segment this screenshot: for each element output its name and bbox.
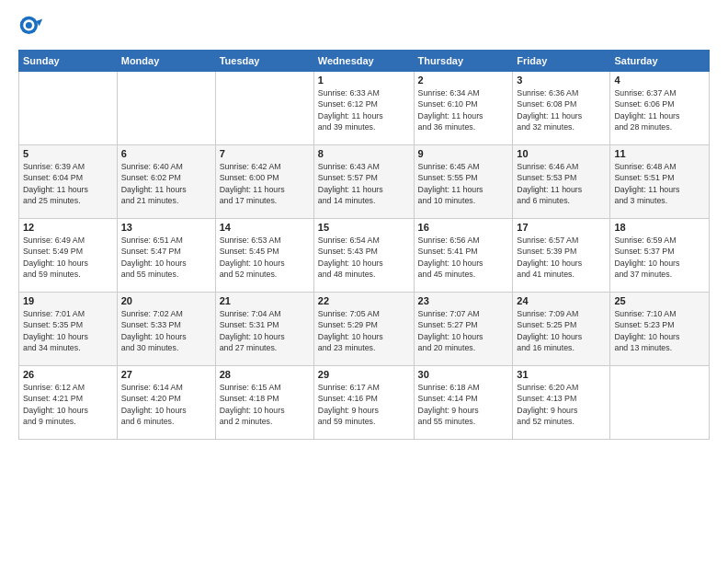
weekday-header-saturday: Saturday (610, 51, 710, 72)
calendar-cell: 6Sunrise: 6:40 AM Sunset: 6:02 PM Daylig… (117, 145, 215, 219)
day-number: 29 (318, 369, 410, 380)
day-info: Sunrise: 6:20 AM Sunset: 4:13 PM Dayligh… (517, 382, 606, 427)
day-info: Sunrise: 6:59 AM Sunset: 5:37 PM Dayligh… (614, 235, 705, 280)
calendar-cell: 16Sunrise: 6:56 AM Sunset: 5:41 PM Dayli… (414, 219, 513, 293)
calendar-header-row: SundayMondayTuesdayWednesdayThursdayFrid… (19, 51, 710, 72)
logo (18, 15, 48, 40)
calendar-cell (610, 366, 710, 440)
calendar-cell: 24Sunrise: 7:09 AM Sunset: 5:25 PM Dayli… (513, 293, 610, 366)
calendar-cell: 7Sunrise: 6:42 AM Sunset: 6:00 PM Daylig… (215, 145, 313, 219)
day-number: 23 (418, 295, 509, 306)
calendar-table: SundayMondayTuesdayWednesdayThursdayFrid… (18, 50, 710, 440)
day-number: 26 (23, 369, 113, 380)
calendar-cell: 21Sunrise: 7:04 AM Sunset: 5:31 PM Dayli… (215, 293, 313, 366)
day-info: Sunrise: 6:40 AM Sunset: 6:02 PM Dayligh… (121, 161, 211, 206)
day-info: Sunrise: 6:45 AM Sunset: 5:55 PM Dayligh… (418, 161, 509, 206)
calendar-week-1: 1Sunrise: 6:33 AM Sunset: 6:12 PM Daylig… (19, 72, 710, 145)
calendar-cell: 31Sunrise: 6:20 AM Sunset: 4:13 PM Dayli… (513, 366, 610, 440)
day-info: Sunrise: 6:14 AM Sunset: 4:20 PM Dayligh… (121, 382, 211, 427)
day-number: 8 (318, 148, 410, 159)
day-number: 22 (318, 295, 410, 306)
header (18, 15, 710, 40)
calendar-cell: 4Sunrise: 6:37 AM Sunset: 6:06 PM Daylig… (610, 72, 710, 145)
day-number: 7 (220, 148, 310, 159)
day-number: 20 (121, 295, 211, 306)
day-number: 9 (418, 148, 509, 159)
day-info: Sunrise: 6:54 AM Sunset: 5:43 PM Dayligh… (318, 235, 410, 280)
calendar-week-4: 19Sunrise: 7:01 AM Sunset: 5:35 PM Dayli… (19, 293, 710, 366)
day-number: 12 (23, 222, 113, 233)
day-number: 10 (517, 148, 606, 159)
calendar-cell: 8Sunrise: 6:43 AM Sunset: 5:57 PM Daylig… (313, 145, 414, 219)
calendar-cell: 15Sunrise: 6:54 AM Sunset: 5:43 PM Dayli… (313, 219, 414, 293)
day-info: Sunrise: 6:18 AM Sunset: 4:14 PM Dayligh… (418, 382, 509, 427)
day-info: Sunrise: 6:43 AM Sunset: 5:57 PM Dayligh… (318, 161, 410, 206)
day-number: 31 (517, 369, 606, 380)
day-info: Sunrise: 7:09 AM Sunset: 5:25 PM Dayligh… (517, 308, 606, 353)
calendar-week-5: 26Sunrise: 6:12 AM Sunset: 4:21 PM Dayli… (19, 366, 710, 440)
day-number: 21 (220, 295, 310, 306)
calendar-cell: 10Sunrise: 6:46 AM Sunset: 5:53 PM Dayli… (513, 145, 610, 219)
weekday-header-monday: Monday (117, 51, 215, 72)
day-info: Sunrise: 6:46 AM Sunset: 5:53 PM Dayligh… (517, 161, 606, 206)
calendar-cell: 25Sunrise: 7:10 AM Sunset: 5:23 PM Dayli… (610, 293, 710, 366)
day-number: 15 (318, 222, 410, 233)
day-number: 24 (517, 295, 606, 306)
day-number: 16 (418, 222, 509, 233)
day-number: 19 (23, 295, 113, 306)
weekday-header-tuesday: Tuesday (215, 51, 313, 72)
calendar-cell: 3Sunrise: 6:36 AM Sunset: 6:08 PM Daylig… (513, 72, 610, 145)
day-info: Sunrise: 6:34 AM Sunset: 6:10 PM Dayligh… (418, 87, 509, 132)
day-info: Sunrise: 6:17 AM Sunset: 4:16 PM Dayligh… (318, 382, 410, 427)
weekday-header-wednesday: Wednesday (313, 51, 414, 72)
calendar-week-2: 5Sunrise: 6:39 AM Sunset: 6:04 PM Daylig… (19, 145, 710, 219)
day-number: 27 (121, 369, 211, 380)
calendar-cell: 2Sunrise: 6:34 AM Sunset: 6:10 PM Daylig… (414, 72, 513, 145)
day-number: 6 (121, 148, 211, 159)
day-number: 11 (614, 148, 705, 159)
calendar-cell: 27Sunrise: 6:14 AM Sunset: 4:20 PM Dayli… (117, 366, 215, 440)
day-number: 13 (121, 222, 211, 233)
calendar-cell: 1Sunrise: 6:33 AM Sunset: 6:12 PM Daylig… (313, 72, 414, 145)
day-number: 3 (517, 75, 606, 86)
day-info: Sunrise: 6:51 AM Sunset: 5:47 PM Dayligh… (121, 235, 211, 280)
day-number: 18 (614, 222, 705, 233)
calendar-cell: 9Sunrise: 6:45 AM Sunset: 5:55 PM Daylig… (414, 145, 513, 219)
day-number: 30 (418, 369, 509, 380)
day-info: Sunrise: 7:04 AM Sunset: 5:31 PM Dayligh… (220, 308, 310, 353)
day-info: Sunrise: 6:42 AM Sunset: 6:00 PM Dayligh… (220, 161, 310, 206)
svg-point-2 (26, 22, 32, 29)
weekday-header-friday: Friday (513, 51, 610, 72)
day-info: Sunrise: 6:37 AM Sunset: 6:06 PM Dayligh… (614, 87, 705, 132)
calendar-cell (19, 72, 118, 145)
day-number: 28 (220, 369, 310, 380)
calendar-cell (117, 72, 215, 145)
day-info: Sunrise: 6:53 AM Sunset: 5:45 PM Dayligh… (220, 235, 310, 280)
calendar-cell: 22Sunrise: 7:05 AM Sunset: 5:29 PM Dayli… (313, 293, 414, 366)
day-info: Sunrise: 6:57 AM Sunset: 5:39 PM Dayligh… (517, 235, 606, 280)
day-number: 14 (220, 222, 310, 233)
calendar-cell: 12Sunrise: 6:49 AM Sunset: 5:49 PM Dayli… (19, 219, 118, 293)
day-info: Sunrise: 6:12 AM Sunset: 4:21 PM Dayligh… (23, 382, 113, 427)
weekday-header-thursday: Thursday (414, 51, 513, 72)
calendar-cell: 14Sunrise: 6:53 AM Sunset: 5:45 PM Dayli… (215, 219, 313, 293)
calendar-cell: 17Sunrise: 6:57 AM Sunset: 5:39 PM Dayli… (513, 219, 610, 293)
day-info: Sunrise: 6:33 AM Sunset: 6:12 PM Dayligh… (318, 87, 410, 132)
calendar-cell: 29Sunrise: 6:17 AM Sunset: 4:16 PM Dayli… (313, 366, 414, 440)
day-info: Sunrise: 7:02 AM Sunset: 5:33 PM Dayligh… (121, 308, 211, 353)
day-info: Sunrise: 7:05 AM Sunset: 5:29 PM Dayligh… (318, 308, 410, 353)
day-info: Sunrise: 7:07 AM Sunset: 5:27 PM Dayligh… (418, 308, 509, 353)
calendar-cell: 26Sunrise: 6:12 AM Sunset: 4:21 PM Dayli… (19, 366, 118, 440)
calendar-cell: 18Sunrise: 6:59 AM Sunset: 5:37 PM Dayli… (610, 219, 710, 293)
calendar-week-3: 12Sunrise: 6:49 AM Sunset: 5:49 PM Dayli… (19, 219, 710, 293)
day-info: Sunrise: 6:56 AM Sunset: 5:41 PM Dayligh… (418, 235, 509, 280)
calendar-cell: 13Sunrise: 6:51 AM Sunset: 5:47 PM Dayli… (117, 219, 215, 293)
calendar-cell: 30Sunrise: 6:18 AM Sunset: 4:14 PM Dayli… (414, 366, 513, 440)
day-info: Sunrise: 7:10 AM Sunset: 5:23 PM Dayligh… (614, 308, 705, 353)
day-info: Sunrise: 6:48 AM Sunset: 5:51 PM Dayligh… (614, 161, 705, 206)
day-number: 17 (517, 222, 606, 233)
day-info: Sunrise: 6:49 AM Sunset: 5:49 PM Dayligh… (23, 235, 113, 280)
day-number: 4 (614, 75, 705, 86)
day-number: 2 (418, 75, 509, 86)
calendar-cell: 28Sunrise: 6:15 AM Sunset: 4:18 PM Dayli… (215, 366, 313, 440)
